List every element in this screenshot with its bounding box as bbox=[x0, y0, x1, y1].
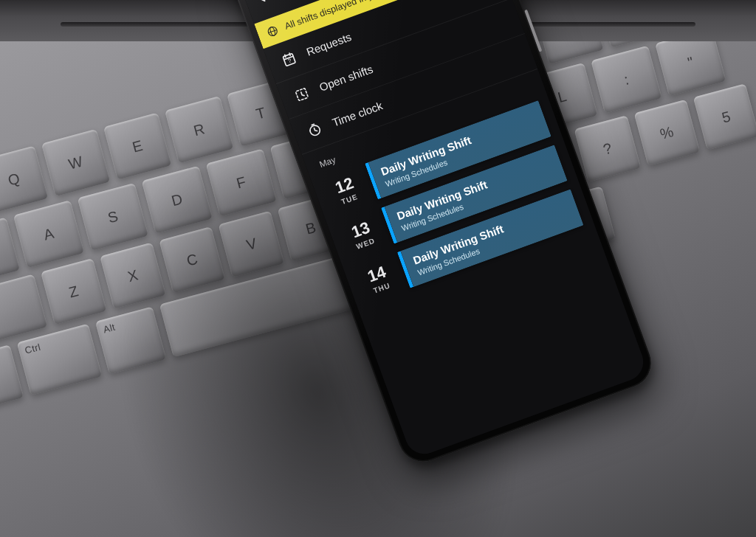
nav-label: Time clock bbox=[331, 99, 385, 128]
globe-icon bbox=[265, 24, 281, 39]
svg-line-18 bbox=[285, 55, 286, 57]
svg-text:?: ? bbox=[287, 57, 292, 64]
key-quote: " bbox=[655, 41, 726, 96]
svg-line-23 bbox=[312, 124, 314, 125]
date-column: 13 WED bbox=[340, 211, 384, 258]
svg-line-13 bbox=[268, 30, 276, 32]
date-column: 12 TUE bbox=[324, 167, 368, 214]
key-qm: ? bbox=[574, 115, 641, 181]
back-button[interactable] bbox=[253, 0, 274, 7]
nav-label: Open shifts bbox=[317, 63, 374, 94]
nav-label: Requests bbox=[305, 30, 353, 58]
key-colon: : bbox=[591, 46, 662, 114]
photo-scene: Tab Q W E R T Y U I O P { } Caps A S D F bbox=[0, 0, 756, 537]
key-percent: % bbox=[633, 100, 700, 166]
date-column: 14 THU bbox=[357, 255, 400, 302]
svg-line-19 bbox=[289, 53, 290, 55]
key-5: 5 bbox=[693, 83, 756, 150]
